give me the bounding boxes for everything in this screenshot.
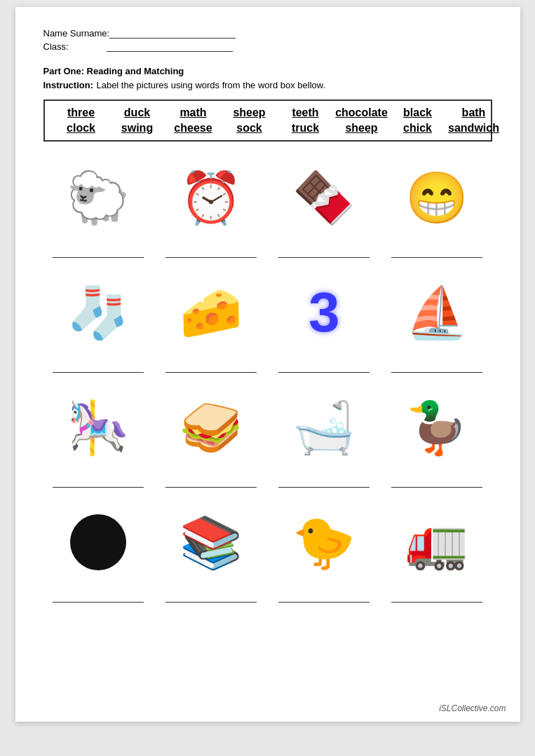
image-area-sheep: 🐑 xyxy=(46,156,151,240)
word-box-item: black xyxy=(390,106,446,119)
word-box-item: chocolate xyxy=(334,106,390,119)
name-underline[interactable] xyxy=(109,29,236,39)
label-line-black[interactable] xyxy=(53,591,144,603)
instruction-line: Instruction: Label the pictures using wo… xyxy=(43,78,492,91)
label-line-sandwich[interactable] xyxy=(165,476,257,488)
black-circle-icon xyxy=(70,514,126,570)
image-cell-clock: ⏰ xyxy=(156,156,266,258)
name-label: Name Surname: xyxy=(43,28,110,39)
label-line-chocolate[interactable] xyxy=(278,247,370,258)
image-cell-duck: 🦆 xyxy=(382,385,492,488)
image-cell-sheep: 🐑 xyxy=(43,156,153,258)
swing-icon: 🎠 xyxy=(67,402,130,453)
word-row-1: threeduckmathsheepteethchocolateblackbat… xyxy=(53,106,482,119)
label-line-cheese[interactable] xyxy=(165,362,257,373)
clock-icon: ⏰ xyxy=(180,172,243,223)
image-cell-bath: 🛁 xyxy=(269,385,379,488)
label-line-chick[interactable] xyxy=(278,591,370,603)
image-cell-chick: 🐤 xyxy=(269,500,379,603)
label-line-sheep[interactable] xyxy=(53,247,144,258)
label-line-ship[interactable] xyxy=(391,362,482,373)
bath-icon: 🛁 xyxy=(292,402,355,453)
image-grid: 🐑⏰🍫😁🧦🧀3⛵🎠🥪🛁🦆📚🐤🚛 xyxy=(43,156,492,608)
class-row: Class: xyxy=(43,41,492,52)
word-box-item: three xyxy=(53,106,109,119)
word-box-item: chick xyxy=(390,122,446,135)
label-line-math[interactable] xyxy=(165,591,257,603)
name-row: Name Surname: xyxy=(43,28,492,39)
image-area-ship: ⛵ xyxy=(384,270,489,355)
cheese-icon: 🧀 xyxy=(180,287,243,338)
teeth-icon: 😁 xyxy=(405,172,468,223)
ship-icon: ⛵ xyxy=(405,287,468,338)
word-box-item: sock xyxy=(222,122,278,135)
image-area-sandwich: 🥪 xyxy=(158,385,264,469)
image-area-chocolate: 🍫 xyxy=(271,156,377,240)
word-box-item: duck xyxy=(109,106,165,119)
image-area-socks: 🧦 xyxy=(46,270,151,355)
word-box-item: cheese xyxy=(165,122,222,135)
image-area-math: 📚 xyxy=(158,500,264,584)
image-area-duck: 🦆 xyxy=(384,385,489,469)
instruction-label: Instruction: xyxy=(43,80,94,90)
label-line-clock[interactable] xyxy=(165,247,257,258)
instruction-text: Label the pictures using words from the … xyxy=(96,80,325,90)
chick-icon: 🐤 xyxy=(292,517,355,568)
image-cell-ship: ⛵ xyxy=(382,270,492,373)
word-box-item: truck xyxy=(278,122,334,135)
image-cell-sandwich: 🥪 xyxy=(156,385,266,488)
class-label: Class: xyxy=(43,41,107,52)
image-cell-chocolate: 🍫 xyxy=(269,156,379,258)
sandwich-icon: 🥪 xyxy=(180,402,243,453)
image-area-three: 3 xyxy=(271,270,377,355)
image-cell-black xyxy=(43,500,153,603)
label-line-socks[interactable] xyxy=(53,362,144,373)
chocolate-icon: 🍫 xyxy=(292,172,355,223)
image-cell-cheese: 🧀 xyxy=(156,270,266,373)
instructions: Part One: Reading and Matching Instructi… xyxy=(43,66,492,91)
image-cell-truck: 🚛 xyxy=(382,500,492,603)
socks-icon: 🧦 xyxy=(67,287,130,338)
image-cell-socks: 🧦 xyxy=(43,270,153,373)
word-box: threeduckmathsheepteethchocolateblackbat… xyxy=(43,99,492,142)
label-line-bath[interactable] xyxy=(278,476,370,488)
word-box-item: sandwich xyxy=(446,122,502,135)
header-fields: Name Surname: Class: xyxy=(43,28,492,52)
truck-icon: 🚛 xyxy=(405,517,468,568)
label-line-duck[interactable] xyxy=(391,476,482,488)
label-line-three[interactable] xyxy=(278,362,370,373)
image-cell-teeth: 😁 xyxy=(382,156,492,258)
word-box-item: math xyxy=(165,106,222,119)
word-box-item: clock xyxy=(53,122,109,135)
label-line-truck[interactable] xyxy=(391,591,482,603)
footer-text: iSLCollective.com xyxy=(439,703,506,713)
image-area-teeth: 😁 xyxy=(384,156,489,240)
image-cell-three: 3 xyxy=(269,270,379,373)
word-box-item: sheep xyxy=(222,106,278,119)
label-line-swing[interactable] xyxy=(53,476,144,488)
class-underline[interactable] xyxy=(107,42,233,52)
math-icon: 📚 xyxy=(180,517,243,568)
part-title: Part One: Reading and Matching xyxy=(43,66,492,76)
image-area-black xyxy=(46,500,151,584)
word-row-2: clockswingcheesesocktrucksheepchicksandw… xyxy=(53,122,482,135)
image-area-swing: 🎠 xyxy=(46,385,151,469)
image-area-truck: 🚛 xyxy=(384,500,489,584)
image-area-bath: 🛁 xyxy=(271,385,377,469)
word-box-item: sheep xyxy=(334,122,390,135)
word-box-item: teeth xyxy=(278,106,334,119)
sheep-icon: 🐑 xyxy=(67,172,130,223)
image-area-chick: 🐤 xyxy=(271,500,377,584)
image-area-clock: ⏰ xyxy=(158,156,264,240)
worksheet-page: Name Surname: Class: Part One: Reading a… xyxy=(15,7,520,722)
label-line-teeth[interactable] xyxy=(391,247,482,258)
image-cell-swing: 🎠 xyxy=(43,385,153,488)
image-area-cheese: 🧀 xyxy=(158,270,264,355)
duck-icon: 🦆 xyxy=(405,402,468,453)
word-box-item: bath xyxy=(446,106,502,119)
word-box-item: swing xyxy=(109,122,165,135)
image-cell-math: 📚 xyxy=(156,500,266,603)
three-number-icon: 3 xyxy=(309,280,340,345)
